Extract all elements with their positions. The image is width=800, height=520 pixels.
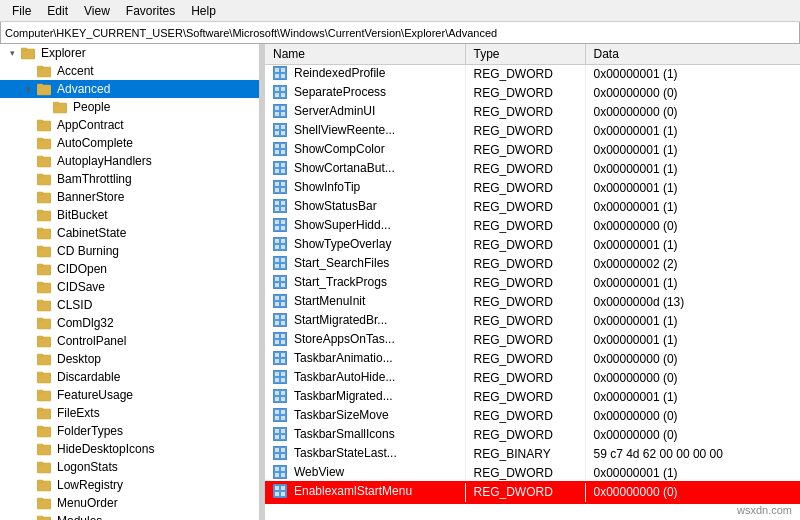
tree-item[interactable]: BitBucket bbox=[0, 206, 259, 224]
tree-item[interactable]: ComDlg32 bbox=[0, 314, 259, 332]
folder-icon bbox=[36, 190, 52, 204]
table-row[interactable]: WebView REG_DWORD 0x00000001 (1) bbox=[265, 464, 800, 483]
table-row[interactable]: TaskbarStateLast... REG_BINARY 59 c7 4d … bbox=[265, 445, 800, 464]
svg-rect-95 bbox=[275, 220, 279, 224]
col-type[interactable]: Type bbox=[465, 44, 585, 64]
table-row[interactable]: StoreAppsOnTas... REG_DWORD 0x00000001 (… bbox=[265, 331, 800, 350]
right-pane[interactable]: Name Type Data ReindexedProfile REG_DWOR… bbox=[265, 44, 800, 520]
menu-favorites[interactable]: Favorites bbox=[118, 2, 183, 20]
tree-item[interactable]: ▾ Explorer bbox=[0, 44, 259, 62]
table-row[interactable]: TaskbarSmallIcons REG_DWORD 0x00000000 (… bbox=[265, 426, 800, 445]
tree-item[interactable]: ControlPanel bbox=[0, 332, 259, 350]
tree-item[interactable]: AutoComplete bbox=[0, 134, 259, 152]
tree-label: Modules bbox=[57, 514, 102, 520]
table-row[interactable]: ShowStatusBar REG_DWORD 0x00000001 (1) bbox=[265, 198, 800, 217]
tree-toggle[interactable]: ▾ bbox=[20, 84, 36, 94]
table-row[interactable]: TaskbarAutoHide... REG_DWORD 0x00000000 … bbox=[265, 369, 800, 388]
menu-help[interactable]: Help bbox=[183, 2, 224, 20]
folder-icon bbox=[36, 208, 52, 222]
cell-name: TaskbarStateLast... bbox=[265, 445, 465, 464]
table-row[interactable]: ShowInfoTip REG_DWORD 0x00000001 (1) bbox=[265, 179, 800, 198]
cell-name: ShowCortanaBut... bbox=[265, 160, 465, 179]
table-row[interactable]: ShowCompColor REG_DWORD 0x00000001 (1) bbox=[265, 141, 800, 160]
table-row[interactable]: TaskbarAnimatio... REG_DWORD 0x00000000 … bbox=[265, 350, 800, 369]
table-row[interactable]: SeparateProcess REG_DWORD 0x00000000 (0) bbox=[265, 84, 800, 103]
reg-icon: ShowInfoTip bbox=[273, 180, 360, 194]
cell-type: REG_DWORD bbox=[465, 236, 585, 255]
reg-icon: TaskbarAnimatio... bbox=[273, 351, 393, 365]
svg-rect-51 bbox=[37, 498, 43, 501]
svg-rect-97 bbox=[275, 226, 279, 230]
col-data[interactable]: Data bbox=[585, 44, 800, 64]
tree-item[interactable]: BamThrottling bbox=[0, 170, 259, 188]
table-row[interactable]: ShowSuperHidd... REG_DWORD 0x00000000 (0… bbox=[265, 217, 800, 236]
svg-rect-108 bbox=[281, 264, 285, 268]
tree-item[interactable]: FileExts bbox=[0, 404, 259, 422]
table-row[interactable]: EnablexamlStartMenu REG_DWORD 0x00000000… bbox=[265, 483, 800, 502]
cell-name: StartMenuInit bbox=[265, 293, 465, 312]
cell-type: REG_DWORD bbox=[465, 103, 585, 122]
table-row[interactable]: StartMenuInit REG_DWORD 0x0000000d (13) bbox=[265, 293, 800, 312]
cell-name: WebView bbox=[265, 464, 465, 483]
table-row[interactable]: ShowCortanaBut... REG_DWORD 0x00000001 (… bbox=[265, 160, 800, 179]
tree-pane[interactable]: ▾ Explorer Accent ▾ Advanced bbox=[0, 44, 260, 520]
menu-view[interactable]: View bbox=[76, 2, 118, 20]
tree-toggle[interactable]: ▾ bbox=[4, 48, 20, 58]
tree-item[interactable]: CIDSave bbox=[0, 278, 259, 296]
svg-rect-61 bbox=[281, 87, 285, 91]
tree-item[interactable]: Modules bbox=[0, 512, 259, 520]
tree-item[interactable]: LowRegistry bbox=[0, 476, 259, 494]
svg-rect-72 bbox=[275, 131, 279, 135]
svg-rect-80 bbox=[275, 163, 279, 167]
svg-rect-76 bbox=[281, 144, 285, 148]
menu-file[interactable]: File bbox=[4, 2, 39, 20]
svg-rect-127 bbox=[275, 340, 279, 344]
tree-item[interactable]: Discardable bbox=[0, 368, 259, 386]
svg-rect-115 bbox=[275, 296, 279, 300]
table-row[interactable]: Start_SearchFiles REG_DWORD 0x00000002 (… bbox=[265, 255, 800, 274]
svg-rect-17 bbox=[37, 192, 43, 195]
svg-rect-113 bbox=[281, 283, 285, 287]
svg-rect-65 bbox=[275, 106, 279, 110]
tree-item[interactable]: CIDOpen bbox=[0, 260, 259, 278]
folder-icon bbox=[36, 280, 52, 294]
tree-item[interactable]: CD Burning bbox=[0, 242, 259, 260]
col-name[interactable]: Name bbox=[265, 44, 465, 64]
tree-item[interactable]: CLSID bbox=[0, 296, 259, 314]
folder-icon bbox=[36, 496, 52, 510]
menu-edit[interactable]: Edit bbox=[39, 2, 76, 20]
tree-item[interactable]: FeatureUsage bbox=[0, 386, 259, 404]
tree-item[interactable]: People bbox=[0, 98, 259, 116]
tree-item[interactable]: LogonStats bbox=[0, 458, 259, 476]
tree-item[interactable]: AutoplayHandlers bbox=[0, 152, 259, 170]
tree-item[interactable]: Desktop bbox=[0, 350, 259, 368]
reg-icon: ShellViewReente... bbox=[273, 123, 395, 137]
table-row[interactable]: ServerAdminUI REG_DWORD 0x00000000 (0) bbox=[265, 103, 800, 122]
tree-item[interactable]: BannerStore bbox=[0, 188, 259, 206]
table-row[interactable]: ShellViewReente... REG_DWORD 0x00000001 … bbox=[265, 122, 800, 141]
svg-rect-3 bbox=[37, 66, 43, 69]
table-row[interactable]: TaskbarMigrated... REG_DWORD 0x00000001 … bbox=[265, 388, 800, 407]
tree-label: AppContract bbox=[57, 118, 124, 132]
tree-item[interactable]: HideDesktopIcons bbox=[0, 440, 259, 458]
tree-item[interactable]: FolderTypes bbox=[0, 422, 259, 440]
tree-item[interactable]: AppContract bbox=[0, 116, 259, 134]
tree-label: Advanced bbox=[57, 82, 110, 96]
svg-rect-136 bbox=[281, 372, 285, 376]
reg-icon: ShowSuperHidd... bbox=[273, 218, 391, 232]
tree-item[interactable]: ▾ Advanced bbox=[0, 80, 259, 98]
svg-rect-25 bbox=[37, 264, 43, 267]
table-row[interactable]: StartMigratedBr... REG_DWORD 0x00000001 … bbox=[265, 312, 800, 331]
table-row[interactable]: TaskbarSizeMove REG_DWORD 0x00000000 (0) bbox=[265, 407, 800, 426]
table-row[interactable]: ReindexedProfile REG_DWORD 0x00000001 (1… bbox=[265, 64, 800, 84]
svg-rect-162 bbox=[275, 473, 279, 477]
tree-item[interactable]: CabinetState bbox=[0, 224, 259, 242]
svg-rect-165 bbox=[275, 486, 279, 490]
table-row[interactable]: Start_TrackProgs REG_DWORD 0x00000001 (1… bbox=[265, 274, 800, 293]
tree-item[interactable]: MenuOrder bbox=[0, 494, 259, 512]
cell-data: 0x00000001 (1) bbox=[585, 64, 800, 84]
tree-item[interactable]: Accent bbox=[0, 62, 259, 80]
table-row[interactable]: ShowTypeOverlay REG_DWORD 0x00000001 (1) bbox=[265, 236, 800, 255]
svg-rect-105 bbox=[275, 258, 279, 262]
svg-rect-102 bbox=[275, 245, 279, 249]
